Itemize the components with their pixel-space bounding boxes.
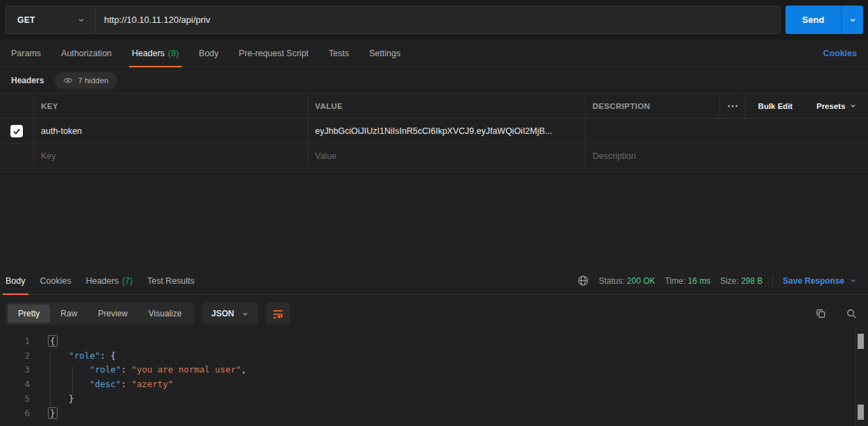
tab-body[interactable]: Body	[199, 40, 219, 67]
code-line: 2 "role": {	[0, 349, 868, 364]
description-column-header: DESCRIPTION	[593, 102, 650, 110]
wrap-lines-icon	[272, 308, 284, 320]
indent-guide	[50, 350, 51, 407]
chevron-down-icon	[241, 310, 249, 318]
fold-marker[interactable]: {	[48, 335, 58, 347]
key-input[interactable]: Key	[41, 151, 56, 161]
size-badge: Size: 298 B	[720, 276, 763, 286]
response-tabs: Body Cookies Headers (7) Test Results St…	[0, 267, 868, 295]
response-tab-body[interactable]: Body	[6, 267, 26, 295]
key-column-header: KEY	[41, 102, 58, 110]
line-number: 4	[0, 377, 30, 392]
row-checkbox[interactable]	[10, 125, 23, 137]
headers-table: KEY VALUE DESCRIPTION Bulk Edit Presets	[0, 93, 868, 169]
format-dropdown[interactable]: JSON	[203, 303, 258, 325]
cookies-link[interactable]: Cookies	[823, 49, 857, 58]
table-row-empty: Key Value Description	[0, 144, 868, 169]
tab-authorization[interactable]: Authorization	[61, 40, 112, 67]
view-mode-raw[interactable]: Raw	[50, 305, 87, 323]
response-tab-headers-count: (7)	[122, 276, 133, 286]
description-input[interactable]: Description	[593, 151, 636, 161]
chevron-down-icon	[849, 102, 857, 110]
copy-icon[interactable]	[815, 308, 826, 319]
code-line: 6 }	[0, 407, 868, 421]
send-options-button[interactable]	[841, 6, 863, 34]
chevron-down-icon	[77, 16, 85, 24]
code-line: 4 "desc": "azerty"	[0, 377, 868, 392]
presets-label: Presets	[817, 102, 846, 110]
tab-authorization-label: Authorization	[61, 49, 112, 58]
more-options-icon	[727, 104, 738, 108]
response-toolbar: Pretty Raw Preview Visualize JSON	[6, 300, 857, 327]
view-mode-pretty[interactable]: Pretty	[8, 305, 50, 323]
headers-title: Headers	[11, 76, 44, 85]
tab-pre-request-script-label: Pre-request Script	[239, 49, 309, 58]
header-description-value[interactable]	[585, 119, 868, 144]
hidden-headers-toggle[interactable]: 7 hidden	[55, 72, 117, 89]
chevron-down-icon	[849, 16, 857, 24]
code-line: 5 }	[0, 392, 868, 407]
response-body-viewer[interactable]: 1 { 2 "role": { 3 "role": "you are norma…	[0, 334, 868, 420]
tab-params-label: Params	[11, 49, 41, 58]
tab-headers-label: Headers	[132, 49, 164, 58]
header-value-value[interactable]: eyJhbGciOiJIUzI1NiIsInR5cCI6IkpXVCJ9.eyJ…	[315, 126, 552, 136]
search-icon[interactable]	[846, 308, 857, 319]
response-tab-body-label: Body	[6, 276, 26, 286]
tab-settings-label: Settings	[369, 49, 400, 58]
more-actions-button[interactable]	[720, 94, 744, 118]
value-input[interactable]: Value	[315, 151, 337, 161]
url-input[interactable]	[96, 6, 780, 33]
code-line: 1 {	[0, 334, 868, 349]
tab-tests-label: Tests	[329, 49, 349, 58]
scrollbar-thumb[interactable]	[858, 334, 864, 349]
headers-table-header: KEY VALUE DESCRIPTION Bulk Edit Presets	[0, 93, 868, 119]
value-column-header: VALUE	[315, 102, 343, 110]
view-mode-switch: Pretty Raw Preview Visualize	[6, 303, 194, 325]
line-number: 3	[0, 363, 30, 377]
header-key-value[interactable]: auth-token	[41, 126, 82, 136]
tab-headers-count: (8)	[168, 49, 178, 58]
status-badge: Status: 200 OK	[599, 276, 655, 286]
tab-settings[interactable]: Settings	[369, 40, 400, 67]
tab-headers[interactable]: Headers (8)	[132, 40, 179, 67]
view-mode-preview[interactable]: Preview	[87, 305, 138, 323]
send-button-group: Send	[785, 6, 863, 34]
divider	[772, 275, 773, 287]
url-container: GET	[6, 6, 781, 34]
save-response-label: Save Response	[783, 276, 844, 286]
response-tab-test-results-label: Test Results	[147, 276, 194, 286]
response-tab-headers[interactable]: Headers (7)	[86, 267, 133, 295]
line-number: 2	[0, 349, 30, 364]
network-globe-icon[interactable]	[577, 275, 589, 287]
response-tab-test-results[interactable]: Test Results	[147, 267, 194, 295]
method-select[interactable]: GET	[6, 6, 96, 33]
scrollbar-thumb[interactable]	[858, 404, 864, 420]
response-actions	[815, 308, 857, 319]
hidden-headers-label: 7 hidden	[78, 76, 108, 85]
format-dropdown-value: JSON	[212, 309, 235, 318]
scrollbar-track	[856, 326, 856, 426]
request-tabs: Params Authorization Headers (8) Body Pr…	[0, 40, 868, 67]
response-tab-cookies[interactable]: Cookies	[40, 267, 71, 295]
response-tab-headers-label: Headers	[86, 276, 119, 286]
time-badge: Time: 16 ms	[665, 276, 710, 286]
view-mode-visualize[interactable]: Visualize	[138, 305, 192, 323]
send-button[interactable]: Send	[785, 6, 841, 34]
save-response-button[interactable]: Save Response	[783, 276, 857, 286]
select-column-header	[0, 94, 33, 118]
wrap-lines-button[interactable]	[266, 303, 290, 325]
line-number: 1	[0, 334, 30, 349]
tab-params[interactable]: Params	[11, 40, 41, 67]
line-number: 5	[0, 392, 30, 407]
fold-marker[interactable]: }	[48, 407, 58, 419]
bulk-edit-button[interactable]: Bulk Edit	[758, 102, 793, 110]
postman-window: GET Send Params Authorization Headers (8…	[0, 0, 868, 426]
tab-tests[interactable]: Tests	[329, 40, 349, 67]
tab-pre-request-script[interactable]: Pre-request Script	[239, 40, 309, 67]
presets-dropdown[interactable]: Presets	[817, 102, 858, 110]
chevron-down-icon	[849, 277, 857, 284]
request-url-bar: GET Send	[0, 0, 868, 40]
indent-guide	[72, 366, 73, 395]
method-label: GET	[17, 15, 35, 25]
eye-icon	[63, 76, 73, 85]
